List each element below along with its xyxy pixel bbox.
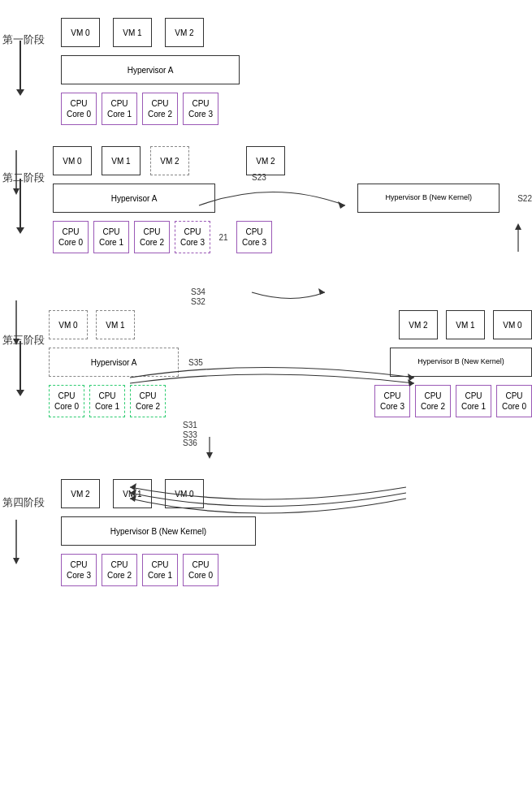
stage3-cpu2-right: CPUCore 2 xyxy=(415,385,451,417)
stage3-hypA: Hypervisor A xyxy=(49,348,179,377)
stage2-vm2-dashed: VM 2 xyxy=(150,146,189,175)
stage1-cpu2: CPUCore 2 xyxy=(142,93,178,125)
stage4-vm2: VM 2 xyxy=(61,479,100,508)
stage3-hyp-row: Hypervisor A S35 Hypervisor B (New Kerne… xyxy=(49,348,532,377)
s35-label: S35 xyxy=(188,358,203,367)
stage2-cpu1: CPUCore 1 xyxy=(93,221,129,253)
stage4-vm0: VM 0 xyxy=(165,479,204,508)
stage2-cpu3-new: CPUCore 3 xyxy=(236,221,272,253)
stage1-hypA: Hypervisor A xyxy=(61,55,240,84)
stage4-label: 第四阶段 xyxy=(2,495,45,510)
stage4-vm1: VM 1 xyxy=(113,479,152,508)
stage3-vm0-left: VM 0 xyxy=(49,310,88,339)
stage1-cpu0: CPUCore 0 xyxy=(61,93,97,125)
stage1-section: 第一阶段 VM 0 VM 1 VM 2 Hypervisor A CPUCore… xyxy=(45,8,532,132)
arrow-stage1-to-2 xyxy=(16,41,24,96)
stage3-vm1-right: VM 1 xyxy=(446,310,485,339)
s36-label: S36 xyxy=(183,438,197,447)
stage3-cpu1-left: CPUCore 1 xyxy=(89,385,125,417)
stage2-section: 第二阶段 VM 0 VM 1 VM 2 VM 2 xyxy=(45,146,532,260)
stage3-cpu3-right: CPUCore 3 xyxy=(374,385,410,417)
stage3-vm2-right: VM 2 xyxy=(399,310,438,339)
stage2-hyp-row: Hypervisor A Hypervisor B (New Kernel) S… xyxy=(53,184,532,213)
stage2-cpu3-dashed: CPUCore 3 xyxy=(175,221,210,253)
stage3-section: 第三阶段 S34 S32 VM 0 VM 1 VM 2 xyxy=(45,284,532,456)
s22-label: S22 xyxy=(517,194,532,203)
stage4-cpu0: CPUCore 0 xyxy=(183,554,218,586)
stage3-hypB: Hypervisor B (New Kernel) xyxy=(390,348,532,377)
stage4-section: 第四阶段 VM 2 VM 1 VM 0 Hypervisor B (New Ke… xyxy=(45,479,532,598)
stage3-cpu-row: CPUCore 0 CPUCore 1 CPUCore 2 CPUCore 3 … xyxy=(49,385,532,417)
stage4-cpu2: CPUCore 2 xyxy=(102,554,137,586)
arrow-stage3-to-4 xyxy=(16,341,24,396)
s32-label: S32 xyxy=(191,297,205,306)
stage4-vm-row: VM 2 VM 1 VM 0 xyxy=(61,479,532,508)
stage4-cpu1: CPUCore 1 xyxy=(142,554,178,586)
stage1-vm1: VM 1 xyxy=(113,18,152,47)
stage3-vm0-right: VM 0 xyxy=(493,310,532,339)
stage1-cpu1: CPUCore 1 xyxy=(102,93,137,125)
stage2-hypA: Hypervisor A xyxy=(53,184,215,213)
page: 第一阶段 VM 0 VM 1 VM 2 Hypervisor A CPUCore… xyxy=(0,0,532,607)
stage2-vm0: VM 0 xyxy=(53,146,92,175)
stage2-cpu0: CPUCore 0 xyxy=(53,221,89,253)
stage2-vm1: VM 1 xyxy=(102,146,141,175)
stage2-cpu2: CPUCore 2 xyxy=(134,221,170,253)
stage3-vm1-left: VM 1 xyxy=(96,310,135,339)
stage2-hypB: Hypervisor B (New Kernel) xyxy=(357,184,500,213)
s34-label: S34 xyxy=(191,287,205,296)
stage1-cpu3: CPUCore 3 xyxy=(183,93,218,125)
stage4-cpu3: CPUCore 3 xyxy=(61,554,97,586)
stage3-cpu0-left: CPUCore 0 xyxy=(49,385,84,417)
stage1-vm-row: VM 0 VM 1 VM 2 xyxy=(61,18,532,47)
stage3-cpu2-left: CPUCore 2 xyxy=(130,385,166,417)
stage2-vm2-new: VM 2 xyxy=(246,146,285,175)
stage1-cpu-row: CPUCore 0 CPUCore 1 CPUCore 2 CPUCore 3 xyxy=(61,93,532,125)
stage4-hypB: Hypervisor B (New Kernel) xyxy=(61,516,256,546)
stage3-vm-row: VM 0 VM 1 VM 2 VM 1 VM 0 xyxy=(49,310,532,339)
stage3-cpu1-right: CPUCore 1 xyxy=(456,385,491,417)
s31-label: S31 xyxy=(183,421,197,430)
stage3-cpu0-right: CPUCore 0 xyxy=(496,385,532,417)
stage2-cpu-row: CPUCore 0 CPUCore 1 CPUCore 2 CPUCore 3 … xyxy=(53,221,532,253)
arrow-stage2-to-3 xyxy=(16,179,24,234)
stage4-cpu-row: CPUCore 3 CPUCore 2 CPUCore 1 CPUCore 0 xyxy=(61,554,532,586)
stage1-vm2: VM 2 xyxy=(165,18,204,47)
stage1-vm0: VM 0 xyxy=(61,18,100,47)
stage2-vm-row: VM 0 VM 1 VM 2 VM 2 xyxy=(53,146,532,175)
svg-marker-5 xyxy=(13,558,19,564)
